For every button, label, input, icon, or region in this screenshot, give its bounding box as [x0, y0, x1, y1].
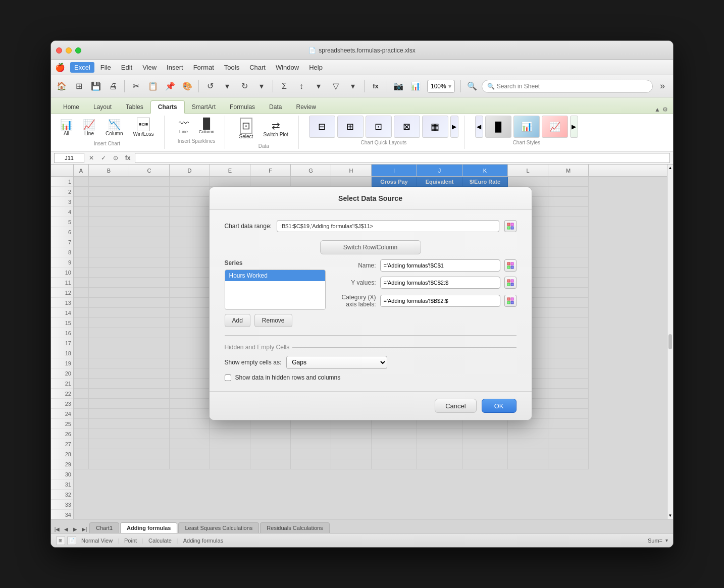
sheet-tab-residuals[interactable]: Residuals Calculations [260, 522, 329, 533]
cell-reference-box[interactable]: J11 [54, 153, 84, 163]
redo-btn[interactable]: ↻ [237, 79, 252, 94]
print-btn[interactable]: 🖨 [106, 79, 121, 94]
formula-confirm-btn[interactable]: ✓ [98, 153, 109, 163]
fx-btn[interactable]: fx [368, 79, 383, 94]
row-num-6[interactable]: 6 [51, 227, 73, 237]
grid-view-btn[interactable]: ⊞ [56, 536, 65, 545]
apple-menu[interactable]: 🍎 [55, 63, 65, 72]
win-loss-btn[interactable]: ▪▫▪ Win/Loss [129, 116, 158, 139]
scroll-thumb[interactable] [668, 334, 672, 349]
row-num-21[interactable]: 21 [51, 379, 73, 389]
sort-btn[interactable]: ↕ [294, 79, 309, 94]
switch-plot-btn[interactable]: ⇄ Switch Plot [259, 118, 292, 139]
y-values-input[interactable] [380, 277, 500, 289]
row-num-27[interactable]: 27 [51, 439, 73, 449]
row-num-2[interactable]: 2 [51, 187, 73, 197]
show-empty-dropdown[interactable]: Gaps Zero Connect with line [286, 356, 387, 369]
cancel-button[interactable]: Cancel [435, 399, 476, 413]
row-num-33[interactable]: 33 [51, 500, 73, 510]
sheet-tab-chart1[interactable]: Chart1 [89, 522, 119, 533]
row-num-29[interactable]: 29 [51, 459, 73, 469]
tab-data[interactable]: Data [262, 101, 289, 113]
ribbon-collapse[interactable]: ▲ [654, 106, 660, 113]
category-x-range-picker[interactable] [504, 295, 516, 307]
layout-3-btn[interactable]: ⊡ [366, 116, 392, 138]
row-num-13[interactable]: 13 [51, 298, 73, 308]
maximize-button[interactable] [75, 47, 81, 54]
col-header-h[interactable]: H [331, 165, 372, 176]
row-num-9[interactable]: 9 [51, 257, 73, 268]
row-num-7[interactable]: 7 [51, 237, 73, 247]
menu-file[interactable]: File [96, 62, 115, 73]
last-sheet-btn[interactable]: ▶| [80, 525, 88, 533]
col-header-e[interactable]: E [210, 165, 250, 176]
col-header-f[interactable]: F [250, 165, 291, 176]
tab-smartart[interactable]: SmartArt [185, 101, 223, 113]
row-num-23[interactable]: 23 [51, 399, 73, 409]
prev-style-btn[interactable]: ◀ [475, 116, 483, 138]
show-hidden-checkbox[interactable] [225, 375, 231, 381]
switch-row-col-btn[interactable]: Switch Row/Column [320, 240, 421, 254]
col-header-j[interactable]: J [417, 165, 462, 176]
sort-dropdown[interactable]: ▾ [311, 79, 326, 94]
row-num-16[interactable]: 16 [51, 328, 73, 338]
style-3-btn[interactable]: 📈 [542, 116, 568, 138]
zoom-display[interactable]: 100% ▾ [427, 80, 455, 93]
ok-button[interactable]: OK [482, 399, 516, 413]
ribbon-settings[interactable]: ⚙ [662, 106, 668, 113]
add-series-btn[interactable]: Add [225, 314, 250, 327]
row-num-28[interactable]: 28 [51, 449, 73, 459]
page-view-btn[interactable]: 📄 [67, 536, 76, 545]
row-num-32[interactable]: 32 [51, 490, 73, 500]
row-num-1[interactable]: 1 [51, 177, 73, 187]
select-btn[interactable]: ⊡ Select [235, 116, 257, 141]
scissors-btn[interactable]: ✂ [128, 79, 143, 94]
range-picker-btn[interactable] [504, 220, 516, 232]
menu-format[interactable]: Format [189, 62, 218, 73]
row-num-4[interactable]: 4 [51, 207, 73, 217]
row-num-24[interactable]: 24 [51, 409, 73, 419]
name-range-picker[interactable] [504, 259, 516, 272]
menu-edit[interactable]: Edit [117, 62, 136, 73]
sum-btn[interactable]: Σ [277, 79, 292, 94]
menu-tools[interactable]: Tools [220, 62, 243, 73]
row-num-34[interactable]: 34 [51, 510, 73, 519]
style-1-btn[interactable]: ▐▌ [485, 116, 511, 138]
col-header-i[interactable]: I [372, 165, 417, 176]
more-btn[interactable]: » [655, 79, 670, 94]
col-header-g[interactable]: G [291, 165, 331, 176]
scroll-down-btn[interactable]: ▼ [667, 513, 673, 518]
row-num-11[interactable]: 11 [51, 278, 73, 288]
scroll-up-btn[interactable]: ▲ [667, 166, 673, 170]
redo-dropdown[interactable]: ▾ [254, 79, 269, 94]
tab-review[interactable]: Review [289, 101, 323, 113]
menu-help[interactable]: Help [305, 62, 327, 73]
row-num-8[interactable]: 8 [51, 247, 73, 257]
tab-home[interactable]: Home [56, 101, 86, 113]
paint-btn[interactable]: 🎨 [180, 79, 195, 94]
col-header-k[interactable]: K [462, 165, 508, 176]
formula-fx-btn[interactable]: fx [123, 153, 133, 163]
row-num-25[interactable]: 25 [51, 419, 73, 429]
layout-next-btn[interactable]: ▶ [450, 116, 458, 138]
undo-btn[interactable]: ↺ [202, 79, 218, 94]
sparkline-line-btn[interactable]: 〰 Line [175, 116, 193, 136]
search-icon-btn[interactable]: 🔍 [464, 79, 480, 94]
prev-sheet-btn[interactable]: ◀ [62, 525, 70, 533]
filter-btn[interactable]: ▽ [328, 79, 343, 94]
undo-dropdown[interactable]: ▾ [220, 79, 235, 94]
vertical-scrollbar[interactable]: ▲ ▼ [667, 165, 673, 519]
chart-btn[interactable]: 📊 [408, 79, 423, 94]
yvalues-range-picker[interactable] [504, 277, 516, 289]
camera-btn[interactable]: 📷 [391, 79, 406, 94]
sheet-tab-least-squares[interactable]: Least Squares Calculations [178, 522, 259, 533]
series-list[interactable]: Hours Worked [225, 270, 326, 310]
row-num-5[interactable]: 5 [51, 217, 73, 227]
row-num-10[interactable]: 10 [51, 268, 73, 278]
tab-layout[interactable]: Layout [86, 101, 119, 113]
sheet-tab-adding-formulas[interactable]: Adding formulas [120, 522, 177, 533]
formula-expand-btn[interactable]: ⊙ [111, 153, 121, 163]
category-x-input[interactable] [380, 295, 500, 307]
sum-dropdown[interactable]: ▾ [665, 538, 668, 543]
search-bar[interactable]: 🔍 [482, 80, 653, 93]
